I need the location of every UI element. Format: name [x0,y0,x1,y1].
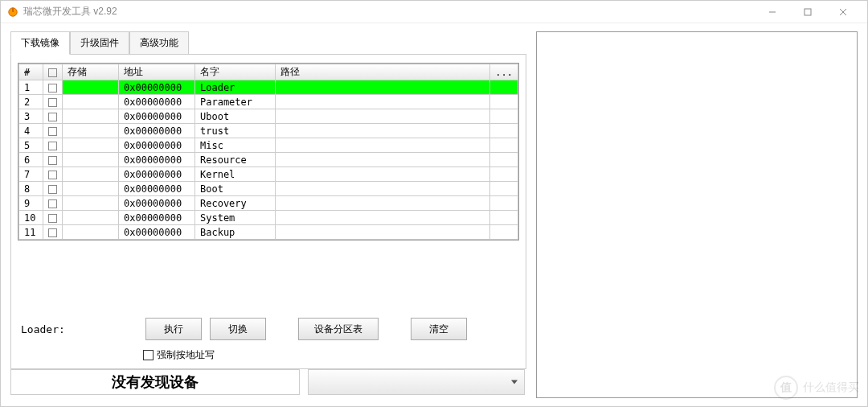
row-storage[interactable] [63,138,119,153]
table-row[interactable]: 20x00000000Parameter [19,95,518,109]
table-row[interactable]: 40x00000000trust [19,124,518,138]
row-storage[interactable] [63,182,119,196]
row-name[interactable]: Recovery [195,196,276,211]
checkbox-icon[interactable] [48,199,57,208]
row-addr[interactable]: 0x00000000 [119,109,195,124]
row-name[interactable]: Boot [195,182,276,196]
row-path[interactable] [276,196,490,211]
table-row[interactable]: 50x00000000Misc [19,138,518,153]
row-path[interactable] [276,211,490,225]
row-path[interactable] [276,109,490,124]
row-browse[interactable] [490,109,518,124]
row-addr[interactable]: 0x00000000 [119,138,195,153]
row-name[interactable]: System [195,211,276,225]
table-row[interactable]: 90x00000000Recovery [19,196,518,211]
checkbox-icon[interactable] [48,98,57,107]
minimize-button[interactable] [755,1,790,23]
row-addr[interactable]: 0x00000000 [119,95,195,109]
row-storage[interactable] [63,95,119,109]
table-row[interactable]: 70x00000000Kernel [19,167,518,182]
close-button[interactable] [825,1,861,23]
partition-table-button[interactable]: 设备分区表 [298,318,379,340]
row-checkbox[interactable] [43,80,63,95]
tab-upgrade-firmware[interactable]: 升级固件 [70,31,129,55]
row-path[interactable] [276,167,490,182]
row-name[interactable]: Misc [195,138,276,153]
row-name[interactable]: Kernel [195,167,276,182]
col-header-addr[interactable]: 地址 [119,64,195,80]
row-addr[interactable]: 0x00000000 [119,124,195,138]
row-addr[interactable]: 0x00000000 [119,196,195,211]
table-row[interactable]: 110x00000000Backup [19,225,518,240]
col-header-checkall[interactable] [43,64,63,80]
table-row[interactable]: 30x00000000Uboot [19,109,518,124]
switch-button[interactable]: 切换 [210,318,266,340]
row-browse[interactable] [490,153,518,167]
col-header-num[interactable]: # [19,64,43,80]
row-checkbox[interactable] [43,109,63,124]
row-browse[interactable] [490,124,518,138]
row-checkbox[interactable] [43,225,63,240]
row-name[interactable]: Parameter [195,95,276,109]
row-storage[interactable] [63,225,119,240]
row-name[interactable]: Loader [195,80,276,95]
row-storage[interactable] [63,80,119,95]
tab-download-image[interactable]: 下载镜像 [10,31,70,55]
checkbox-icon[interactable] [48,214,57,223]
row-storage[interactable] [63,124,119,138]
row-storage[interactable] [63,167,119,182]
tab-advanced[interactable]: 高级功能 [129,31,189,55]
row-path[interactable] [276,124,490,138]
row-browse[interactable] [490,95,518,109]
checkbox-icon[interactable] [48,156,57,165]
table-row[interactable]: 60x00000000Resource [19,153,518,167]
row-checkbox[interactable] [43,138,63,153]
table-row[interactable]: 100x00000000System [19,211,518,225]
checkbox-icon[interactable] [48,68,57,77]
col-header-path[interactable]: 路径 [276,64,490,80]
row-browse[interactable] [490,80,518,95]
row-addr[interactable]: 0x00000000 [119,225,195,240]
row-browse[interactable] [490,138,518,153]
col-header-browse[interactable]: ... [490,64,518,80]
row-addr[interactable]: 0x00000000 [119,211,195,225]
row-checkbox[interactable] [43,182,63,196]
row-name[interactable]: Uboot [195,109,276,124]
checkbox-icon[interactable] [48,228,57,237]
row-name[interactable]: Resource [195,153,276,167]
row-addr[interactable]: 0x00000000 [119,80,195,95]
row-checkbox[interactable] [43,196,63,211]
row-browse[interactable] [490,167,518,182]
execute-button[interactable]: 执行 [145,318,202,340]
checkbox-icon[interactable] [48,113,57,121]
row-path[interactable] [276,153,490,167]
row-storage[interactable] [63,211,119,225]
row-addr[interactable]: 0x00000000 [119,167,195,182]
row-browse[interactable] [490,196,518,211]
row-addr[interactable]: 0x00000000 [119,182,195,196]
table-row[interactable]: 10x00000000Loader [19,80,518,95]
clear-button[interactable]: 清空 [411,318,467,340]
checkbox-icon[interactable] [48,84,57,92]
row-browse[interactable] [490,211,518,225]
row-checkbox[interactable] [43,167,63,182]
row-storage[interactable] [63,153,119,167]
maximize-button[interactable] [790,1,825,23]
row-checkbox[interactable] [43,95,63,109]
force-write-checkbox[interactable] [143,350,154,360]
row-name[interactable]: Backup [195,225,276,240]
row-checkbox[interactable] [43,153,63,167]
row-storage[interactable] [63,196,119,211]
device-dropdown[interactable] [308,369,525,395]
col-header-name[interactable]: 名字 [195,64,276,80]
row-storage[interactable] [63,109,119,124]
row-name[interactable]: trust [195,124,276,138]
checkbox-icon[interactable] [48,171,57,179]
row-path[interactable] [276,95,490,109]
row-path[interactable] [276,225,490,240]
row-browse[interactable] [490,225,518,240]
row-path[interactable] [276,80,490,95]
col-header-storage[interactable]: 存储 [63,64,119,80]
checkbox-icon[interactable] [48,127,57,136]
row-path[interactable] [276,138,490,153]
